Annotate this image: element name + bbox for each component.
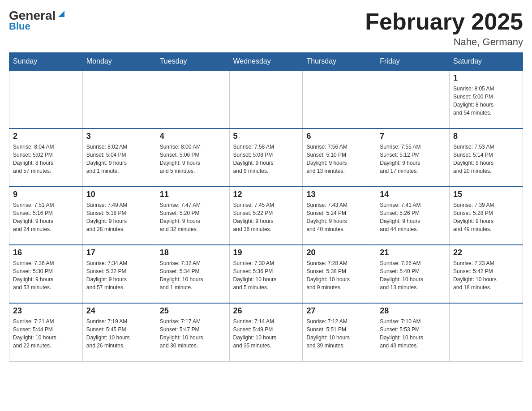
day-number: 4 — [160, 132, 226, 141]
calendar-cell: 26Sunrise: 7:14 AM Sunset: 5:49 PM Dayli… — [229, 303, 303, 361]
day-info: Sunrise: 7:32 AM Sunset: 5:34 PM Dayligh… — [160, 259, 226, 291]
weekday-header-wednesday: Wednesday — [229, 53, 303, 71]
day-info: Sunrise: 7:28 AM Sunset: 5:38 PM Dayligh… — [306, 259, 372, 291]
day-number: 14 — [380, 190, 446, 199]
logo-blue: Blue — [9, 21, 30, 32]
calendar-cell: 18Sunrise: 7:32 AM Sunset: 5:34 PM Dayli… — [156, 245, 229, 303]
day-number: 6 — [306, 132, 372, 141]
weekday-header-monday: Monday — [82, 53, 156, 71]
day-info: Sunrise: 8:04 AM Sunset: 5:02 PM Dayligh… — [13, 143, 79, 175]
weekday-header-thursday: Thursday — [303, 53, 376, 71]
calendar-cell: 24Sunrise: 7:19 AM Sunset: 5:45 PM Dayli… — [82, 303, 156, 361]
calendar-cell — [303, 70, 376, 128]
day-info: Sunrise: 8:02 AM Sunset: 5:04 PM Dayligh… — [86, 143, 152, 175]
calendar-cell: 2Sunrise: 8:04 AM Sunset: 5:02 PM Daylig… — [9, 128, 83, 187]
calendar-cell — [376, 70, 450, 128]
day-info: Sunrise: 7:53 AM Sunset: 5:14 PM Dayligh… — [453, 143, 519, 175]
day-number: 24 — [86, 306, 152, 316]
calendar-cell: 17Sunrise: 7:34 AM Sunset: 5:32 PM Dayli… — [82, 245, 156, 303]
calendar-cell — [82, 70, 156, 128]
weekday-header-friday: Friday — [376, 53, 450, 71]
calendar-cell — [9, 70, 83, 128]
calendar-cell: 4Sunrise: 8:00 AM Sunset: 5:06 PM Daylig… — [156, 128, 229, 187]
month-title: February 2025 — [365, 9, 523, 34]
weekday-header-saturday: Saturday — [450, 53, 523, 71]
day-number: 2 — [13, 132, 79, 141]
logo-general: General — [9, 9, 56, 22]
day-info: Sunrise: 7:23 AM Sunset: 5:42 PM Dayligh… — [453, 259, 519, 291]
day-info: Sunrise: 7:19 AM Sunset: 5:45 PM Dayligh… — [86, 317, 152, 350]
calendar-cell: 1Sunrise: 8:05 AM Sunset: 5:00 PM Daylig… — [450, 70, 523, 128]
calendar-cell: 6Sunrise: 7:56 AM Sunset: 5:10 PM Daylig… — [303, 128, 376, 187]
logo: General Blue — [9, 9, 66, 32]
day-info: Sunrise: 7:26 AM Sunset: 5:40 PM Dayligh… — [380, 259, 446, 291]
day-info: Sunrise: 7:43 AM Sunset: 5:24 PM Dayligh… — [306, 201, 372, 233]
day-number: 9 — [13, 190, 79, 199]
day-info: Sunrise: 7:39 AM Sunset: 5:28 PM Dayligh… — [453, 201, 519, 233]
day-info: Sunrise: 8:05 AM Sunset: 5:00 PM Dayligh… — [453, 85, 519, 117]
day-info: Sunrise: 7:45 AM Sunset: 5:22 PM Dayligh… — [233, 201, 299, 233]
day-number: 12 — [233, 190, 299, 199]
calendar-cell: 7Sunrise: 7:55 AM Sunset: 5:12 PM Daylig… — [376, 128, 450, 187]
day-info: Sunrise: 7:21 AM Sunset: 5:44 PM Dayligh… — [13, 317, 79, 350]
calendar-cell — [156, 70, 229, 128]
day-number: 11 — [160, 190, 226, 199]
day-number: 20 — [306, 248, 372, 257]
day-info: Sunrise: 7:30 AM Sunset: 5:36 PM Dayligh… — [233, 259, 299, 291]
logo-triangle-icon — [56, 9, 66, 19]
calendar-cell: 19Sunrise: 7:30 AM Sunset: 5:36 PM Dayli… — [229, 245, 303, 303]
location: Nahe, Germany — [365, 36, 523, 48]
day-number: 5 — [233, 132, 299, 141]
calendar-cell: 28Sunrise: 7:10 AM Sunset: 5:53 PM Dayli… — [376, 303, 450, 361]
day-number: 7 — [380, 132, 446, 141]
calendar-cell: 27Sunrise: 7:12 AM Sunset: 5:51 PM Dayli… — [303, 303, 376, 361]
weekday-header-sunday: Sunday — [9, 53, 83, 71]
day-info: Sunrise: 7:36 AM Sunset: 5:30 PM Dayligh… — [13, 259, 79, 291]
day-number: 17 — [86, 248, 152, 257]
calendar-cell: 20Sunrise: 7:28 AM Sunset: 5:38 PM Dayli… — [303, 245, 376, 303]
day-info: Sunrise: 8:00 AM Sunset: 5:06 PM Dayligh… — [160, 143, 226, 175]
calendar-cell: 12Sunrise: 7:45 AM Sunset: 5:22 PM Dayli… — [229, 187, 303, 245]
calendar-cell: 3Sunrise: 8:02 AM Sunset: 5:04 PM Daylig… — [82, 128, 156, 187]
day-info: Sunrise: 7:41 AM Sunset: 5:26 PM Dayligh… — [380, 201, 446, 233]
day-number: 1 — [453, 73, 519, 83]
day-info: Sunrise: 7:47 AM Sunset: 5:20 PM Dayligh… — [160, 201, 226, 233]
day-number: 26 — [233, 306, 299, 316]
day-info: Sunrise: 7:58 AM Sunset: 5:08 PM Dayligh… — [233, 143, 299, 175]
day-info: Sunrise: 7:10 AM Sunset: 5:53 PM Dayligh… — [380, 317, 446, 350]
day-number: 10 — [86, 190, 152, 199]
calendar-cell: 22Sunrise: 7:23 AM Sunset: 5:42 PM Dayli… — [450, 245, 523, 303]
calendar-cell: 21Sunrise: 7:26 AM Sunset: 5:40 PM Dayli… — [376, 245, 450, 303]
calendar-cell: 25Sunrise: 7:17 AM Sunset: 5:47 PM Dayli… — [156, 303, 229, 361]
day-number: 13 — [306, 190, 372, 199]
day-info: Sunrise: 7:12 AM Sunset: 5:51 PM Dayligh… — [306, 317, 372, 350]
calendar-cell: 13Sunrise: 7:43 AM Sunset: 5:24 PM Dayli… — [303, 187, 376, 245]
day-info: Sunrise: 7:51 AM Sunset: 5:16 PM Dayligh… — [13, 201, 79, 233]
day-number: 25 — [160, 306, 226, 316]
day-number: 28 — [380, 306, 446, 316]
calendar-cell: 5Sunrise: 7:58 AM Sunset: 5:08 PM Daylig… — [229, 128, 303, 187]
calendar-cell: 9Sunrise: 7:51 AM Sunset: 5:16 PM Daylig… — [9, 187, 83, 245]
week-row-1: 1Sunrise: 8:05 AM Sunset: 5:00 PM Daylig… — [9, 70, 523, 128]
calendar-cell: 15Sunrise: 7:39 AM Sunset: 5:28 PM Dayli… — [450, 187, 523, 245]
calendar-cell: 8Sunrise: 7:53 AM Sunset: 5:14 PM Daylig… — [450, 128, 523, 187]
calendar-cell: 10Sunrise: 7:49 AM Sunset: 5:18 PM Dayli… — [82, 187, 156, 245]
calendar-cell — [450, 303, 523, 361]
week-row-5: 23Sunrise: 7:21 AM Sunset: 5:44 PM Dayli… — [9, 303, 523, 361]
day-info: Sunrise: 7:17 AM Sunset: 5:47 PM Dayligh… — [160, 317, 226, 350]
weekday-header-tuesday: Tuesday — [156, 53, 229, 71]
day-number: 15 — [453, 190, 519, 199]
calendar-table: SundayMondayTuesdayWednesdayThursdayFrid… — [9, 52, 523, 362]
day-number: 23 — [13, 306, 79, 316]
day-number: 22 — [453, 248, 519, 257]
day-info: Sunrise: 7:55 AM Sunset: 5:12 PM Dayligh… — [380, 143, 446, 175]
calendar-cell: 16Sunrise: 7:36 AM Sunset: 5:30 PM Dayli… — [9, 245, 83, 303]
day-number: 18 — [160, 248, 226, 257]
day-number: 19 — [233, 248, 299, 257]
calendar-cell — [229, 70, 303, 128]
day-number: 16 — [13, 248, 79, 257]
day-info: Sunrise: 7:56 AM Sunset: 5:10 PM Dayligh… — [306, 143, 372, 175]
day-info: Sunrise: 7:49 AM Sunset: 5:18 PM Dayligh… — [86, 201, 152, 233]
day-number: 21 — [380, 248, 446, 257]
day-number: 27 — [306, 306, 372, 316]
